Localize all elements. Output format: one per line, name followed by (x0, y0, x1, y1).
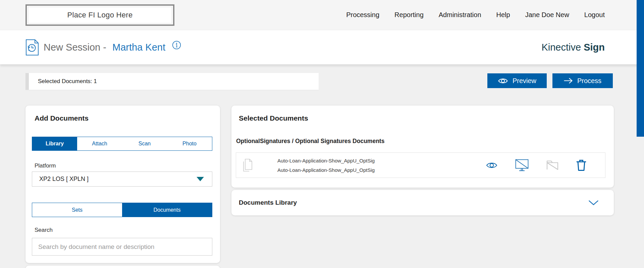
platform-label: Platform (35, 162, 56, 169)
nav-links: Processing Reporting Administration Help… (346, 11, 605, 19)
session-prefix-label: New Session - (44, 42, 106, 53)
nav-item-administration[interactable]: Administration (439, 11, 481, 19)
next-panel-edge (25, 266, 220, 268)
search-label: Search (35, 227, 53, 233)
session-customer-name[interactable]: Martha Kent (112, 42, 165, 53)
add-documents-panel: Add Documents Library Attach Scan Photo … (25, 106, 220, 263)
document-pages-icon (242, 158, 254, 172)
arrow-right-icon (564, 78, 573, 84)
platform-select[interactable]: XP2 LOS [ XPLN ] (32, 172, 212, 187)
info-icon[interactable] (172, 41, 181, 50)
tab-scan[interactable]: Scan (122, 137, 167, 150)
toggle-documents[interactable]: Documents (122, 203, 212, 217)
selected-count-bar: Selected Documents: 1 (25, 73, 319, 90)
sets-documents-toggle: Sets Documents (32, 203, 212, 217)
new-session-icon (25, 39, 39, 56)
view-document-eye-icon[interactable] (486, 161, 498, 169)
nav-item-help[interactable]: Help (496, 11, 510, 19)
search-input[interactable] (32, 238, 212, 256)
brand-regular: Kinective (541, 42, 581, 53)
document-group-label: OptionalSignatures / Optional Signatures… (236, 138, 384, 145)
document-actions (486, 159, 586, 171)
preview-eye-icon (498, 77, 508, 84)
preview-button-label: Preview (513, 77, 536, 85)
nav-item-user[interactable]: Jane Doe New (525, 11, 569, 19)
selected-document-row: Auto-Loan-Application-Show_AppU_OptSig A… (236, 152, 605, 178)
document-description: Auto-Loan-Application-Show_AppU_OptSig (277, 167, 375, 173)
process-button[interactable]: Process (552, 73, 613, 88)
right-edge-accent-bar (637, 0, 644, 137)
fi-logo-placeholder-label: Place FI Logo Here (28, 7, 172, 23)
nav-item-reporting[interactable]: Reporting (394, 11, 424, 19)
toggle-sets[interactable]: Sets (32, 203, 122, 217)
document-name: Auto-Loan-Application-Show_AppU_OptSig (277, 158, 375, 163)
add-documents-tabs: Library Attach Scan Photo (32, 137, 212, 151)
page-header: New Session - Martha Kent Kinective Sign (0, 30, 644, 64)
brand-logo: Kinective Sign (541, 42, 605, 53)
trash-icon[interactable] (576, 159, 586, 171)
documents-library-panel[interactable]: Documents Library (231, 190, 614, 215)
dropdown-caret-icon (197, 177, 204, 181)
add-documents-title: Add Documents (35, 114, 89, 122)
tab-library[interactable]: Library (32, 137, 77, 150)
platform-select-value: XP2 LOS [ XPLN ] (39, 176, 89, 183)
nav-item-processing[interactable]: Processing (346, 11, 379, 19)
document-text-block: Auto-Loan-Application-Show_AppU_OptSig A… (277, 158, 375, 173)
selected-count-label: Selected Documents: 1 (38, 78, 97, 85)
session-heading: New Session - Martha Kent (25, 39, 181, 56)
folder-icon (546, 160, 559, 171)
tab-attach[interactable]: Attach (77, 137, 122, 150)
selected-documents-title: Selected Documents (239, 114, 308, 122)
process-button-label: Process (577, 77, 601, 85)
top-nav: Place FI Logo Here Processing Reporting … (0, 0, 644, 30)
tab-photo[interactable]: Photo (167, 137, 212, 150)
fi-logo-placeholder: Place FI Logo Here (25, 4, 174, 26)
brand-bold: Sign (584, 42, 605, 53)
nav-item-logout[interactable]: Logout (584, 11, 605, 19)
documents-library-title: Documents Library (239, 199, 297, 206)
chevron-down-icon[interactable] (588, 200, 599, 206)
preview-button[interactable]: Preview (487, 73, 547, 88)
display-off-monitor-icon[interactable] (515, 159, 529, 171)
selected-documents-panel: Selected Documents OptionalSignatures / … (231, 106, 614, 188)
